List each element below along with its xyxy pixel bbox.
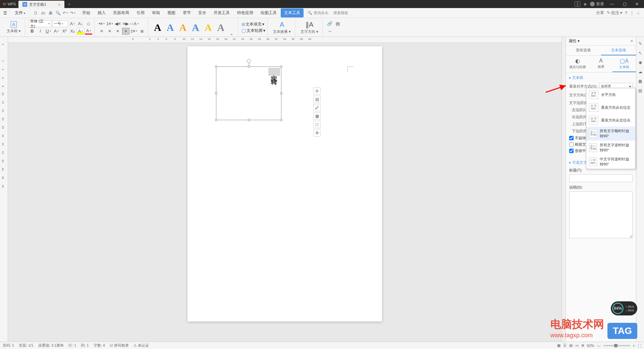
undo-icon[interactable]: ↶ <box>62 10 69 16</box>
tab-security[interactable]: 安全 <box>195 8 210 17</box>
align-right-icon[interactable]: ≡ <box>114 28 121 35</box>
direction-rotate-ccw[interactable]: 文☆ 字AB所有文字逆时针旋转90° <box>586 141 635 155</box>
tab-special[interactable]: 特色应用 <box>234 8 257 17</box>
search-cmd[interactable]: 查找命令、 <box>314 10 332 15</box>
bullets-icon[interactable]: •≡ <box>98 20 105 27</box>
align-justify-icon[interactable]: ≡ <box>122 28 129 35</box>
subtab-fill[interactable]: ◐填充与轮廓 <box>566 56 589 72</box>
tab-insert[interactable]: 插入 <box>94 8 109 17</box>
font-name-combo[interactable]: 宋体 (正文) <box>29 20 51 27</box>
indent-inc-icon[interactable]: ≡▶ <box>122 20 129 27</box>
direction-vert-ltr[interactable]: 文 字 ABC垂直方向从左往右 <box>586 114 635 127</box>
rail-layers-icon[interactable]: ▤ <box>637 87 644 94</box>
rail-pencil-icon[interactable]: ✎ <box>637 40 644 47</box>
subtab-textbox[interactable]: ▢A文本框 <box>612 56 636 72</box>
status-auth[interactable]: ⚠ 未认证 <box>133 343 149 348</box>
rail-cloud-icon[interactable]: ☁ <box>637 68 644 75</box>
share-button[interactable]: 分享 <box>596 10 604 16</box>
direction-horizontal[interactable]: 文字 ABC水平方向 <box>586 88 635 101</box>
notif-badge[interactable]: 1 <box>575 1 580 7</box>
tool-fill-icon[interactable]: 🖉 <box>313 104 321 111</box>
new-icon[interactable]: 🗋 <box>33 10 39 16</box>
search-template[interactable]: 搜索模板 <box>333 10 348 15</box>
maximize-button[interactable]: ▢ <box>620 2 629 6</box>
grow-font-icon[interactable]: A↑ <box>69 20 76 27</box>
tab-draw[interactable]: 绘图工具 <box>257 8 280 17</box>
columns-icon[interactable]: ▤ <box>334 20 341 27</box>
resize-handle[interactable] <box>215 119 217 121</box>
tool-outline-icon[interactable]: ▦ <box>313 112 321 120</box>
open-icon[interactable]: 🗁 <box>40 10 47 16</box>
zoom-in-icon[interactable]: + <box>633 344 635 348</box>
text-style-1[interactable]: A <box>152 22 163 33</box>
document-tab[interactable]: W 文字文稿1 ● <box>18 1 64 8</box>
zoom-out-icon[interactable]: — <box>597 344 601 348</box>
add-tab-button[interactable]: + <box>64 1 74 7</box>
align-center-icon[interactable]: ≡ <box>106 28 113 35</box>
view-print-icon[interactable]: ▦ <box>557 343 560 348</box>
underline-icon[interactable]: U <box>45 28 52 35</box>
view-read-icon[interactable]: ▭ <box>575 343 579 348</box>
status-pageno[interactable]: 页码: 1 <box>3 343 14 348</box>
section-textbox[interactable]: ▸ 文本框 <box>569 75 633 80</box>
subtab-effect[interactable]: A效果 <box>589 56 613 72</box>
tab-reference[interactable]: 引用 <box>133 8 148 17</box>
tab-section[interactable]: 章节 <box>179 8 194 17</box>
tab-view[interactable]: 视图 <box>164 8 179 17</box>
align-dist-icon[interactable]: ≣ <box>138 28 146 35</box>
textbox-button[interactable]: A 文本框 ▾ <box>5 20 23 34</box>
textbox-content[interactable]: 文字旋转 <box>268 68 280 76</box>
redo-icon[interactable]: ↷ <box>69 10 76 16</box>
tab-shape-options[interactable]: 形状选项 <box>566 46 601 55</box>
textbox-selection[interactable]: 文字旋转 ⊖ ▤ 🖉 ▦ <box>216 66 281 120</box>
direction-rotate-cw[interactable]: 文☆ 字AB所有文字顺时针旋转90° <box>586 127 635 141</box>
canvas[interactable]: 文字旋转 ⊖ ▤ 🖉 ▦ <box>8 43 561 342</box>
zoom-fit-icon[interactable]: ⊕ <box>581 343 584 348</box>
text-effect-button[interactable]: A 文本效果 ▾ <box>271 20 293 35</box>
hamburger-icon[interactable]: ☰ <box>1 9 9 17</box>
numbering-icon[interactable]: 1≡ <box>106 20 113 27</box>
font-color-icon[interactable]: A <box>85 28 92 35</box>
resize-handle[interactable] <box>280 65 282 68</box>
align-left-icon[interactable]: ≡ <box>98 28 105 35</box>
panel-close-icon[interactable]: ✕ <box>630 39 633 43</box>
superscript-icon[interactable]: X² <box>61 28 68 35</box>
menu-more-icon[interactable]: ⋮ <box>630 11 634 15</box>
tab-dev[interactable]: 开发工具 <box>210 8 233 17</box>
status-pages[interactable]: 页面: 1/1 <box>19 343 33 348</box>
resize-handle[interactable] <box>248 65 250 68</box>
collapse-ribbon-icon[interactable]: ㄥ <box>637 10 641 16</box>
rail-select-icon[interactable]: ↖ <box>637 50 644 56</box>
text-style-3[interactable]: A <box>177 22 189 33</box>
minimize-button[interactable]: — <box>607 2 617 6</box>
italic-icon[interactable]: I <box>37 28 44 35</box>
file-menu[interactable]: 文件 ▾ <box>11 9 29 17</box>
close-button[interactable]: ✕ <box>633 2 641 6</box>
shrink-font-icon[interactable]: A↓ <box>77 20 84 27</box>
print-icon[interactable]: 🖶 <box>47 10 54 16</box>
view-outline-icon[interactable]: ☰ <box>563 343 567 348</box>
text-direction-button[interactable]: ‖A 文字方向 ▾ <box>299 20 320 35</box>
resize-handle[interactable] <box>215 92 217 95</box>
direction-cjk-ccw[interactable]: ☆字 ABC中文字符逆时针旋转90° <box>586 155 635 169</box>
line-spacing-icon[interactable]: ‡≡ <box>130 28 138 35</box>
subscript-icon[interactable]: X₂ <box>69 28 76 35</box>
view-web-icon[interactable]: ▤ <box>569 343 573 348</box>
tab-text-options[interactable]: 文本选项 <box>601 46 636 55</box>
comment-button[interactable]: ✎ 批注 ▾ <box>607 10 623 16</box>
text-style-2[interactable]: A <box>165 22 176 33</box>
tab-layout[interactable]: 页面布局 <box>110 8 132 17</box>
title-input[interactable] <box>569 174 633 182</box>
tool-shape-icon[interactable]: ◻ <box>313 121 321 128</box>
rail-grid-icon[interactable]: ▦ <box>637 78 644 85</box>
tab-review[interactable]: 审阅 <box>149 8 163 17</box>
tool-collapse-icon[interactable]: ⊖ <box>313 87 321 95</box>
desc-input[interactable] <box>569 191 633 238</box>
text-style-4[interactable]: A <box>190 22 201 33</box>
tool-layout-icon[interactable]: ▤ <box>313 96 321 103</box>
highlight-icon[interactable]: A <box>77 28 84 35</box>
resize-handle[interactable] <box>215 65 217 68</box>
search-icon[interactable]: 🔍 <box>308 11 312 15</box>
resize-handle[interactable] <box>280 119 282 121</box>
help-icon[interactable]: ? <box>625 11 627 15</box>
